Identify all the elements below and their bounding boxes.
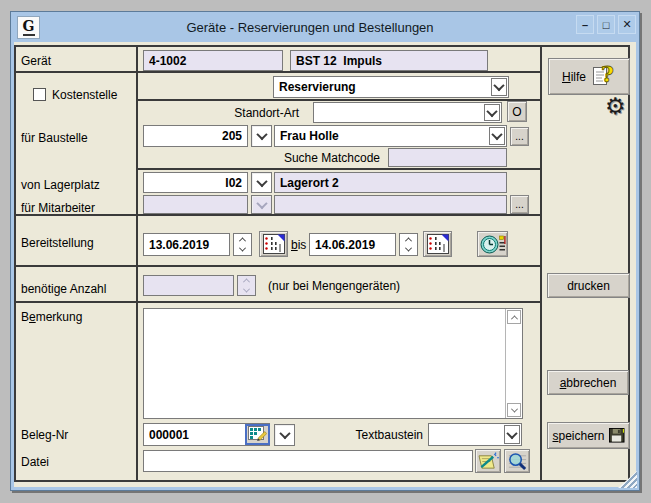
standort-o-label: O bbox=[512, 105, 521, 119]
file-wizard-icon bbox=[477, 452, 500, 471]
geraet-label: Gerät bbox=[21, 54, 51, 68]
matchcode-field[interactable] bbox=[388, 148, 507, 167]
scroll-up-button[interactable] bbox=[507, 310, 521, 324]
hilfe-button[interactable]: Hilfe ? bbox=[548, 58, 630, 95]
mitarbeiter-label: für Mitarbeiter bbox=[21, 201, 95, 215]
textbaustein-combobox[interactable] bbox=[428, 423, 522, 446]
standort-art-combobox[interactable] bbox=[313, 102, 502, 123]
baustelle-label: für Baustelle bbox=[21, 131, 88, 145]
kostenstelle-label: Kostenstelle bbox=[52, 88, 117, 102]
standort-art-value[interactable] bbox=[314, 103, 493, 122]
baustelle-code-field[interactable] bbox=[143, 125, 248, 147]
spin-down-icon bbox=[238, 286, 255, 296]
chevron-down-icon bbox=[493, 80, 504, 91]
baustelle-browse-button[interactable]: ... bbox=[510, 127, 529, 146]
anzahl-label: benötige Anzahl bbox=[21, 282, 106, 296]
dialog-content: Gerät Kostenstelle Standort-Art O für Ba… bbox=[14, 42, 636, 487]
beleg-label: Beleg-Nr bbox=[21, 428, 68, 442]
bis-label: bis bbox=[291, 238, 306, 252]
bemerkung-scrollbar[interactable] bbox=[505, 309, 522, 418]
title-bar[interactable]: G Geräte - Reservierungen und Bestellung… bbox=[11, 12, 639, 42]
date-to-spinner[interactable] bbox=[399, 233, 418, 256]
bemerkung-textarea[interactable] bbox=[145, 310, 505, 417]
datei-browse-button[interactable] bbox=[475, 449, 501, 473]
chevron-down-icon bbox=[279, 428, 290, 439]
lagerplatz-name-field[interactable] bbox=[274, 172, 507, 193]
magnifier-icon bbox=[507, 452, 528, 471]
anzahl-field[interactable] bbox=[143, 275, 234, 296]
chevron-down-icon bbox=[256, 197, 267, 208]
close-icon: ✕ bbox=[622, 18, 631, 31]
geraet-code-field[interactable] bbox=[143, 50, 283, 71]
mitarbeiter-browse-button[interactable]: ... bbox=[510, 195, 529, 214]
chevron-down-icon bbox=[491, 129, 502, 140]
drucken-button[interactable]: drucken bbox=[547, 273, 630, 298]
baustelle-dropdown-button[interactable] bbox=[489, 127, 505, 145]
standort-art-dropdown-button[interactable] bbox=[484, 104, 500, 121]
vorgang-combobox[interactable] bbox=[273, 76, 509, 98]
datei-preview-button[interactable] bbox=[504, 449, 530, 473]
speichern-button[interactable]: speichern bbox=[547, 422, 630, 449]
scroll-down-button[interactable] bbox=[507, 403, 521, 417]
standort-art-label: Standort-Art bbox=[154, 106, 299, 120]
date-from-field[interactable] bbox=[143, 233, 230, 256]
calendar-icon bbox=[427, 234, 449, 254]
help-icon: ? bbox=[592, 63, 616, 90]
calendar-icon bbox=[263, 234, 285, 254]
divider-vorgang bbox=[136, 99, 540, 101]
date-from-spinner[interactable] bbox=[233, 233, 252, 256]
kostenstelle-checkbox[interactable] bbox=[33, 88, 46, 101]
save-floppy-icon bbox=[609, 428, 625, 443]
mitarbeiter-browse-label: ... bbox=[515, 199, 523, 210]
bemerkung-textarea-frame bbox=[143, 308, 523, 419]
close-button[interactable]: ✕ bbox=[618, 15, 636, 34]
chevron-down-icon bbox=[486, 105, 497, 116]
svg-text:?: ? bbox=[601, 63, 614, 87]
geraet-name-field[interactable] bbox=[290, 50, 488, 71]
chevron-down-icon bbox=[506, 427, 517, 438]
beleg-nummer-button[interactable] bbox=[245, 424, 270, 445]
vorgang-value[interactable] bbox=[274, 77, 500, 97]
mitarbeiter-code-field[interactable] bbox=[143, 195, 248, 214]
date-to-calendar-button[interactable] bbox=[423, 231, 452, 257]
drucken-label: drucken bbox=[567, 279, 610, 293]
beleg-dropdown-button[interactable] bbox=[274, 424, 295, 446]
grid-pencil-icon bbox=[248, 426, 267, 444]
minimize-button[interactable]: – bbox=[576, 15, 594, 34]
abbrechen-button[interactable]: abbrechen bbox=[547, 370, 629, 395]
standort-o-button[interactable]: O bbox=[507, 101, 527, 122]
maximize-button[interactable]: □ bbox=[597, 15, 615, 34]
spin-up-icon bbox=[238, 276, 255, 286]
logo-letter: G bbox=[23, 20, 35, 33]
spin-up-icon[interactable] bbox=[234, 234, 251, 245]
abbrechen-label: abbrechen bbox=[560, 376, 617, 390]
spin-down-icon[interactable] bbox=[400, 245, 417, 256]
matchcode-label: Suche Matchcode bbox=[164, 151, 380, 165]
vorgang-dropdown-button[interactable] bbox=[491, 78, 507, 96]
baustelle-code-dropdown-button[interactable] bbox=[251, 125, 272, 147]
date-to-field[interactable] bbox=[309, 233, 396, 256]
bemerkung-label: Bemerkung bbox=[21, 310, 82, 324]
minimize-icon: – bbox=[582, 19, 588, 31]
divider-row1 bbox=[16, 71, 540, 73]
window-controls: – □ ✕ bbox=[576, 15, 636, 34]
lagerplatz-dropdown-button[interactable] bbox=[251, 172, 272, 193]
anzahl-spinner bbox=[237, 275, 256, 296]
date-from-calendar-button[interactable] bbox=[259, 231, 288, 257]
datei-field[interactable] bbox=[143, 450, 473, 472]
clock-icon bbox=[480, 234, 506, 255]
textbaustein-dropdown-button[interactable] bbox=[504, 425, 520, 444]
chevron-down-icon bbox=[256, 129, 267, 140]
spin-down-icon[interactable] bbox=[234, 245, 251, 256]
mitarbeiter-dropdown-button bbox=[251, 195, 272, 214]
mitarbeiter-name-field[interactable] bbox=[274, 195, 507, 214]
baustelle-name-value[interactable] bbox=[275, 126, 498, 146]
textbaustein-value[interactable] bbox=[429, 424, 513, 445]
form-area: Gerät Kostenstelle Standort-Art O für Ba… bbox=[14, 45, 630, 482]
lagerplatz-code-field[interactable] bbox=[143, 172, 248, 193]
baustelle-name-combobox[interactable] bbox=[274, 125, 507, 147]
divider-matchcode bbox=[136, 168, 540, 170]
gear-icon[interactable]: ⚙ bbox=[605, 94, 626, 118]
spin-up-icon[interactable] bbox=[400, 234, 417, 245]
time-button[interactable] bbox=[477, 231, 508, 257]
